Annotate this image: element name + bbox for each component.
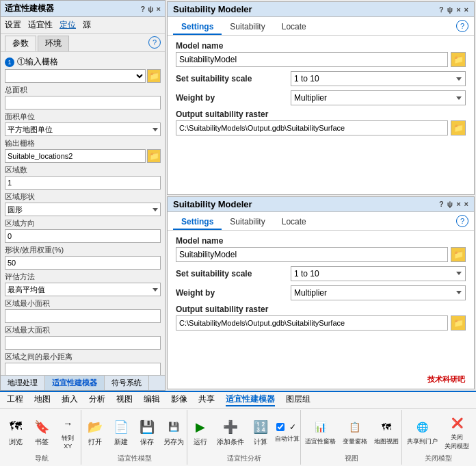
sm1-help-circle[interactable]: ? <box>456 20 468 32</box>
menu-source[interactable]: 源 <box>83 19 91 31</box>
tab-environment[interactable]: 环境 <box>38 36 69 51</box>
sm2-scale-select[interactable]: 1 to 10 <box>291 266 466 281</box>
eval-method-select[interactable]: 最高平均值 <box>5 283 161 296</box>
sm2-tab-locate[interactable]: Locate <box>274 215 315 230</box>
shape-weight-label: 形状/效用权重(%) <box>5 245 161 255</box>
nav-bookmark-btn[interactable]: 🔖 书签 <box>30 416 53 448</box>
run-btn[interactable]: ▶ 运行 <box>189 416 212 448</box>
sm1-help-icon[interactable]: ? <box>439 5 444 14</box>
sm-save-btn[interactable]: 💾 保存 <box>135 416 159 448</box>
sm2-output-input[interactable] <box>176 315 448 331</box>
max-area-input[interactable] <box>5 336 161 350</box>
close-model-label: 关闭关闭模型 <box>445 433 469 451</box>
output-raster-input[interactable] <box>5 149 146 163</box>
pin-icon[interactable]: ψ <box>148 5 153 13</box>
sm2-weight-select[interactable]: Multiplier <box>291 285 466 300</box>
sm-panel1-title: Suitability Modeler <box>173 4 252 14</box>
sm-open-btn[interactable]: 📂 打开 <box>83 416 107 448</box>
menu-insert[interactable]: 插入 <box>62 393 78 406</box>
region-direction-row: 区域方向 <box>5 218 161 243</box>
region-direction-input[interactable] <box>5 229 161 243</box>
sm2-float-icon[interactable]: × <box>456 200 460 208</box>
sm1-tab-suitability[interactable]: Suitability <box>222 20 273 35</box>
bookmark-label: 书签 <box>35 437 49 447</box>
menu-layer-group[interactable]: 图层组 <box>286 393 310 406</box>
auto-calc-btn[interactable]: ✓ 自动计算 <box>275 421 300 443</box>
sm1-model-browse[interactable]: 📁 <box>451 52 466 67</box>
sm1-model-name-input[interactable] <box>176 52 448 67</box>
analysis-group-label: 适宜性分析 <box>227 454 261 463</box>
sm2-model-browse[interactable]: 📁 <box>451 247 466 262</box>
titlebar-controls: ? ψ × <box>141 5 161 13</box>
sm-new-btn[interactable]: 📄 新建 <box>109 416 133 448</box>
area-unit-select[interactable]: 平方地图单位 <box>5 122 161 136</box>
calc-btn[interactable]: 🔢 计算 <box>249 416 272 448</box>
bottom-tab-geo[interactable]: 地理处理 <box>1 376 45 390</box>
open-label: 打开 <box>88 437 102 447</box>
input-raster-select[interactable] <box>5 69 146 83</box>
sm-panel-2: Suitability Modeler ? ψ × × Settings Sui… <box>167 196 475 390</box>
sm2-help-icon[interactable]: ? <box>439 200 444 208</box>
share-items: 🌐 共享到门户 ❌ 关闭关闭模型 <box>405 411 471 452</box>
sm2-tab-suitability[interactable]: Suitability <box>222 215 273 230</box>
sm1-tab-settings[interactable]: Settings <box>173 20 222 35</box>
sm1-weight-select[interactable]: Multiplier <box>291 90 466 105</box>
sm1-close-icon[interactable]: × <box>464 5 468 14</box>
output-raster-browse[interactable]: 📁 <box>147 149 161 163</box>
nav-browse-btn[interactable]: 🗺 浏览 <box>4 416 27 448</box>
tab-help-icon[interactable]: ? <box>148 36 161 49</box>
menu-suitability[interactable]: 适宜性 <box>28 19 53 31</box>
sm2-scale-row: Set suitability scale 1 to 10 <box>176 266 466 281</box>
suit-pane-label: 适宜性窗格 <box>305 437 336 446</box>
share-portal-btn[interactable]: 🌐 共享到门户 <box>405 416 440 448</box>
menu-imagery[interactable]: 影像 <box>171 393 187 406</box>
sm2-tab-settings[interactable]: Settings <box>173 215 222 230</box>
left-panel-title: 适宜性建模器 <box>5 3 54 14</box>
bottom-tab-sm[interactable]: 适宜性建模器 <box>45 376 105 390</box>
sm1-output-browse[interactable]: 📁 <box>451 120 466 135</box>
sm-items: 📂 打开 📄 新建 💾 保存 💾 另存为 <box>83 411 186 452</box>
sm2-help-circle[interactable]: ? <box>456 215 468 227</box>
sm1-tab-locate[interactable]: Locate <box>274 20 315 35</box>
sm1-float-icon[interactable]: × <box>456 5 460 14</box>
menu-share[interactable]: 共享 <box>198 393 215 406</box>
region-count-input[interactable] <box>5 176 161 190</box>
min-dist-input[interactable] <box>5 363 161 375</box>
help-icon[interactable]: ? <box>141 5 146 13</box>
menu-map[interactable]: 地图 <box>34 393 51 406</box>
sm2-pin-icon[interactable]: ψ <box>447 200 453 208</box>
suit-pane-btn[interactable]: 📊 适宜性窗格 <box>303 416 338 448</box>
sm1-pin-icon[interactable]: ψ <box>447 5 453 14</box>
sm2-model-name-input[interactable] <box>176 247 448 262</box>
add-condition-btn[interactable]: ➕ 添加条件 <box>215 416 246 448</box>
menu-edit[interactable]: 编辑 <box>144 393 160 406</box>
sm2-output-browse[interactable]: 📁 <box>451 315 466 331</box>
region-count-row: 区域数 <box>5 165 161 190</box>
menu-locate[interactable]: 定位 <box>60 19 76 31</box>
menu-sm-active[interactable]: 适宜性建模器 <box>226 393 275 406</box>
min-area-input[interactable] <box>5 309 161 323</box>
region-shape-select[interactable]: 圆形 <box>5 203 161 216</box>
close-model-btn[interactable]: ❌ 关闭关闭模型 <box>442 412 471 452</box>
section-number-icon: 1 <box>5 57 14 67</box>
map-view-btn[interactable]: 🗺 地图视图 <box>372 416 401 448</box>
var-pane-btn[interactable]: 📋 变量窗格 <box>341 416 369 448</box>
sm-saveas-btn[interactable]: 💾 另存为 <box>161 416 186 448</box>
menu-project[interactable]: 工程 <box>7 393 23 406</box>
bottom-tab-sym[interactable]: 符号系统 <box>105 376 149 390</box>
menu-settings[interactable]: 设置 <box>5 19 21 31</box>
tab-params[interactable]: 参数 <box>5 36 36 51</box>
sm2-output-field: 📁 <box>176 315 466 331</box>
sm1-scale-select[interactable]: 1 to 10 <box>291 71 466 86</box>
auto-calc-checkbox[interactable] <box>276 423 285 431</box>
menu-analysis[interactable]: 分析 <box>89 393 105 406</box>
total-area-input[interactable] <box>5 96 161 109</box>
input-raster-browse[interactable]: 📁 <box>147 69 161 83</box>
nav-goto-btn[interactable]: → 转到XY <box>56 413 79 451</box>
sm2-close-icon[interactable]: × <box>464 200 468 208</box>
sm1-output-input[interactable] <box>176 120 448 135</box>
min-area-row: 区域最小面积 <box>5 298 161 323</box>
menu-view[interactable]: 视图 <box>116 393 133 406</box>
close-icon[interactable]: × <box>157 5 161 13</box>
shape-weight-input[interactable] <box>5 256 161 270</box>
